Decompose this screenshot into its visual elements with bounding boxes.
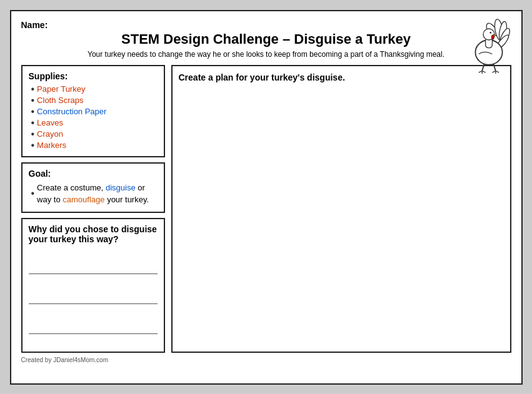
svg-line-18 xyxy=(495,71,498,72)
svg-line-15 xyxy=(482,71,485,72)
why-box: Why did you chose to disguise your turke… xyxy=(21,218,165,353)
list-item: • Create a costume, disguise or way to c… xyxy=(31,181,158,207)
goal-list: • Create a costume, disguise or way to c… xyxy=(29,181,158,207)
list-item: • Markers xyxy=(31,140,158,151)
list-item: • Paper Turkey xyxy=(31,84,158,95)
svg-line-13 xyxy=(478,71,481,72)
svg-line-12 xyxy=(493,63,496,71)
bullet-icon: • xyxy=(31,140,35,150)
write-line-2 xyxy=(29,287,158,304)
goal-title: Goal: xyxy=(29,169,158,179)
bullet-icon: • xyxy=(31,129,35,139)
goal-text: Create a costume, disguise or way to cam… xyxy=(37,182,157,206)
supplies-title: Supplies: xyxy=(29,71,158,81)
svg-point-8 xyxy=(489,31,491,33)
supply-item-label: Construction Paper xyxy=(37,107,106,116)
left-column: Supplies: • Paper Turkey • Cloth Scraps … xyxy=(21,65,165,353)
main-layout: Supplies: • Paper Turkey • Cloth Scraps … xyxy=(21,65,511,353)
page-title: STEM Design Challenge – Disguise a Turke… xyxy=(21,31,511,47)
supply-item-label: Crayon xyxy=(37,129,63,139)
supply-item-label: Leaves xyxy=(37,118,63,127)
plan-box: Create a plan for your turkey's disguise… xyxy=(171,65,511,353)
worksheet-page: Name: STEM Design Challenge – Disguise a… xyxy=(10,10,523,385)
list-item: • Cloth Scraps xyxy=(31,95,158,106)
bullet-icon: • xyxy=(31,118,35,128)
supply-item-label: Cloth Scraps xyxy=(37,96,83,105)
svg-line-16 xyxy=(492,71,495,72)
page-subtitle: Your turkey needs to change the way he o… xyxy=(21,50,511,59)
list-item: • Leaves xyxy=(31,117,158,129)
why-title: Why did you chose to disguise your turke… xyxy=(29,224,158,244)
bullet-icon: • xyxy=(31,189,35,199)
footer-credit: Created by JDaniel4sMom.com xyxy=(21,357,511,363)
list-item: • Construction Paper xyxy=(31,106,158,117)
turkey-illustration xyxy=(455,17,511,74)
name-label: Name: xyxy=(21,20,511,30)
bullet-icon: • xyxy=(31,84,35,94)
supplies-box: Supplies: • Paper Turkey • Cloth Scraps … xyxy=(21,65,165,157)
write-line-1 xyxy=(29,257,158,274)
svg-point-10 xyxy=(491,34,494,39)
list-item: • Crayon xyxy=(31,129,158,140)
writing-lines xyxy=(29,257,158,334)
bullet-icon: • xyxy=(31,96,35,106)
supply-item-label: Markers xyxy=(37,140,66,150)
supplies-list: • Paper Turkey • Cloth Scraps • Construc… xyxy=(29,84,158,151)
supply-item-label: Paper Turkey xyxy=(37,84,85,94)
goal-box: Goal: • Create a costume, disguise or wa… xyxy=(21,162,165,213)
bullet-icon: • xyxy=(31,107,35,117)
write-line-3 xyxy=(29,317,158,334)
svg-line-11 xyxy=(482,63,484,71)
